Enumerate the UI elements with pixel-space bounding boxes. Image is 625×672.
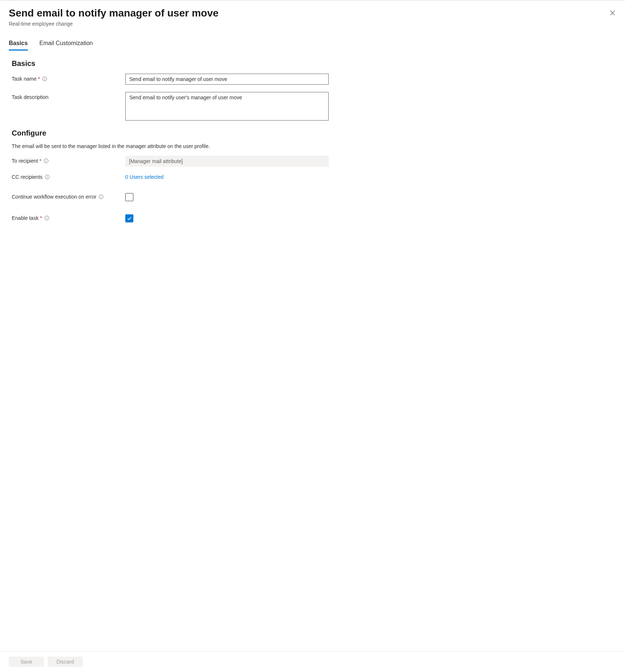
- discard-button[interactable]: Discard: [48, 657, 83, 667]
- close-button[interactable]: [609, 9, 616, 16]
- panel-header: Send email to notify manager of user mov…: [0, 0, 625, 30]
- info-icon[interactable]: [44, 158, 49, 163]
- continue-on-error-checkbox[interactable]: [125, 193, 133, 201]
- save-button[interactable]: Save: [9, 657, 44, 667]
- enable-task-label: Enable task *: [12, 213, 125, 221]
- task-name-input[interactable]: [125, 74, 329, 85]
- cc-recipients-label: CC recipients: [12, 174, 125, 180]
- info-icon[interactable]: [45, 174, 50, 180]
- panel-footer: Save Discard: [0, 651, 625, 672]
- info-icon[interactable]: [42, 76, 47, 81]
- svg-point-9: [47, 176, 47, 176]
- svg-point-12: [101, 195, 101, 196]
- required-marker: *: [38, 76, 40, 82]
- continue-on-error-label-text: Continue workflow execution on error: [12, 194, 96, 200]
- continue-on-error-label: Continue workflow execution on error: [12, 192, 125, 200]
- tab-bar: Basics Email Customization: [0, 40, 625, 51]
- basics-heading: Basics: [12, 59, 613, 68]
- info-icon[interactable]: [99, 194, 104, 199]
- configure-helper-text: The email will be sent to the manager li…: [12, 143, 613, 149]
- to-recipient-label-text: To recipient: [12, 158, 38, 164]
- info-icon[interactable]: [44, 215, 49, 221]
- to-recipient-field: [Manager mail attribute]: [125, 156, 329, 167]
- to-recipient-label: To recipient *: [12, 156, 125, 164]
- cc-recipients-link[interactable]: 0 Users selected: [125, 174, 163, 180]
- task-description-input[interactable]: [125, 92, 329, 121]
- svg-point-3: [45, 77, 45, 78]
- page-title: Send email to notify manager of user mov…: [9, 7, 616, 19]
- task-description-label: Task description: [12, 92, 125, 100]
- close-icon: [610, 10, 615, 16]
- configure-heading: Configure: [12, 129, 613, 137]
- page-subtitle: Real-time employee change: [9, 21, 616, 27]
- svg-point-6: [46, 159, 46, 160]
- tab-email-customization[interactable]: Email Customization: [40, 40, 93, 51]
- cc-recipients-label-text: CC recipients: [12, 174, 42, 180]
- svg-point-15: [47, 217, 47, 217]
- checkmark-icon: [127, 216, 132, 221]
- task-name-label: Task name *: [12, 74, 125, 82]
- required-marker: *: [40, 158, 41, 164]
- panel-content: Basics Task name * Task description: [0, 51, 625, 651]
- enable-task-label-text: Enable task: [12, 215, 38, 221]
- enable-task-checkbox[interactable]: [125, 214, 133, 222]
- task-name-label-text: Task name: [12, 76, 37, 82]
- required-marker: *: [40, 215, 42, 221]
- tab-basics[interactable]: Basics: [9, 40, 28, 51]
